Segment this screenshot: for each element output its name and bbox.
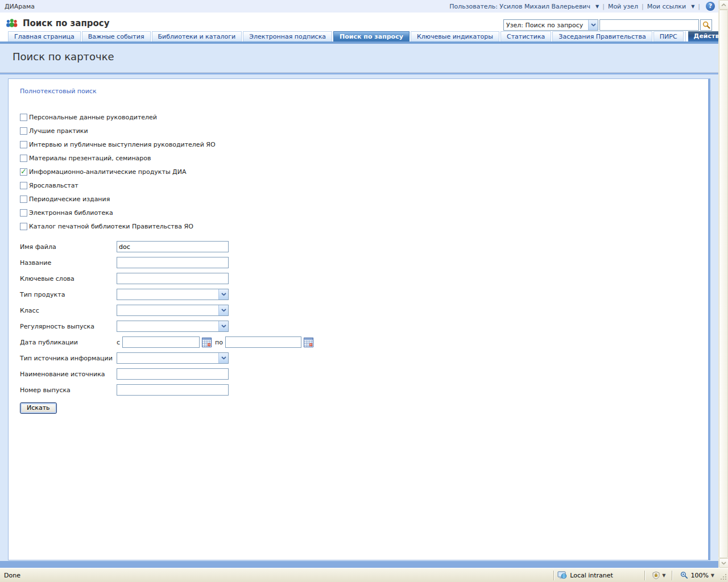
form-row-class: Класс [20, 302, 697, 318]
shield-lock-icon [652, 571, 660, 579]
zoom-magnifier-icon [680, 571, 688, 579]
field-label: Регулярность выпуска [20, 323, 117, 330]
my-links-caret-icon[interactable] [691, 4, 694, 9]
computer-globe-icon [557, 571, 567, 579]
selected-value [117, 321, 218, 331]
magnifier-icon [702, 21, 710, 29]
checkbox-yaroslavlstat[interactable] [20, 182, 27, 189]
button-row: Искать [20, 402, 697, 414]
checkbox-label: Информационно-аналитические продукты ДИА [29, 168, 186, 176]
search-submit-button[interactable]: Искать [20, 402, 57, 414]
separator [642, 3, 644, 10]
app-name: ДИАрама [5, 3, 35, 10]
source-type-select[interactable] [117, 352, 229, 364]
tab-filler [685, 31, 686, 41]
search-scope-dropdown[interactable]: Узел: Поиск по запросу [503, 19, 598, 31]
selected-value [117, 305, 218, 315]
field-label: Номер выпуска [20, 386, 117, 394]
status-separator [672, 571, 673, 580]
form-row-keywords: Ключевые слова [20, 271, 697, 286]
tab-search-by-query[interactable]: Поиск по запросу [333, 31, 410, 41]
tab-government-sessions[interactable]: Заседания Правительства [552, 31, 652, 41]
date-from-label: с [117, 339, 120, 346]
title-input[interactable] [117, 257, 229, 268]
tab-e-subscription[interactable]: Электронная подписка [243, 31, 332, 41]
my-links-menu[interactable]: Мои ссылки [647, 3, 686, 10]
checkbox-best-practices[interactable] [20, 127, 27, 135]
chevron-down-icon[interactable] [218, 289, 228, 300]
user-menu[interactable]: Пользователь: Усилов Михаил Валерьевич [449, 3, 590, 10]
date-from-input[interactable] [122, 336, 200, 348]
class-select[interactable] [117, 305, 229, 316]
category-row: Каталог печатной библиотеки Правительств… [20, 219, 697, 233]
chevron-down-icon[interactable] [218, 321, 228, 331]
site-head: Поиск по запросу [6, 18, 109, 29]
form-row-publish-date: Дата публикации с по [20, 334, 697, 350]
field-label: Тип источника информации [20, 355, 117, 362]
status-bar: Done Local intranet 100% [0, 568, 728, 582]
source-name-input[interactable] [117, 368, 229, 380]
site-title: Поиск по запросу [23, 18, 109, 28]
status-separator [553, 571, 555, 580]
field-label: Название [20, 259, 117, 267]
bottom-page-strip [0, 561, 718, 568]
tab-statistics[interactable]: Статистика [500, 31, 551, 41]
scrollbar-thumb[interactable] [719, 10, 728, 558]
selected-value [117, 353, 218, 363]
tab-key-indicators[interactable]: Ключевые индикаторы [411, 31, 499, 41]
scroll-down-button[interactable] [719, 558, 728, 568]
resize-grip[interactable] [719, 569, 728, 581]
chevron-down-icon[interactable] [218, 353, 228, 363]
chevron-down-icon[interactable] [588, 20, 598, 30]
tab-important-events[interactable]: Важные события [82, 31, 151, 41]
field-label: Тип продукта [20, 291, 117, 298]
security-zone: Local intranet [557, 571, 642, 579]
issue-number-input[interactable] [117, 384, 229, 396]
checkbox-presentations[interactable] [20, 155, 27, 162]
search-go-button[interactable] [700, 19, 712, 31]
user-menu-caret-icon[interactable] [595, 4, 599, 9]
form-row-title: Название [20, 255, 697, 271]
keywords-input[interactable] [117, 273, 229, 284]
form-row-regularity: Регулярность выпуска [20, 318, 697, 334]
regularity-select[interactable] [117, 321, 229, 332]
search-fields: Имя файла Название Ключевые слова Тип пр… [20, 239, 697, 398]
zoom-control[interactable]: 100% [676, 571, 719, 579]
page-column: ДИАрама Пользователь: Усилов Михаил Вале… [0, 0, 718, 568]
help-icon[interactable] [706, 2, 715, 11]
security-report-button[interactable] [648, 571, 669, 579]
checkbox-personal-data[interactable] [20, 114, 27, 121]
scroll-up-button[interactable] [719, 0, 728, 10]
zoom-caret-icon [711, 573, 714, 578]
date-to-label: по [215, 339, 223, 346]
fulltext-search-link[interactable]: Полнотекстовый поиск [20, 88, 97, 95]
search-zone: Узел: Поиск по запросу [503, 19, 712, 31]
top-bar-right: Пользователь: Усилов Михаил Валерьевич М… [449, 2, 715, 11]
product-type-select[interactable] [117, 289, 229, 300]
checkbox-label: Лучшие практики [29, 127, 88, 135]
date-to-input[interactable] [225, 336, 301, 348]
checkbox-interviews[interactable] [20, 141, 27, 148]
checkbox-periodicals[interactable] [20, 196, 27, 203]
category-row: Персональные данные руководителей [20, 110, 697, 124]
vertical-scrollbar[interactable] [718, 0, 728, 568]
content-area: Полнотекстовый поиск Персональные данные… [0, 74, 718, 561]
selected-value [117, 289, 218, 300]
security-caret-icon [662, 573, 665, 578]
tab-pirs[interactable]: ПИРС [653, 31, 684, 41]
checkbox-print-catalog[interactable] [20, 223, 27, 230]
chevron-down-icon[interactable] [218, 305, 228, 315]
calendar-icon[interactable] [202, 338, 212, 347]
file-name-input[interactable] [117, 241, 229, 252]
tab-libraries-catalogs[interactable]: Библиотеки и каталоги [152, 31, 242, 41]
separator [602, 3, 605, 10]
my-site-link[interactable]: Мой узел [608, 3, 638, 10]
field-label: Наименование источника [20, 371, 117, 378]
form-row-product-type: Тип продукта [20, 286, 697, 302]
search-input[interactable] [599, 19, 699, 31]
checkbox-dia-products[interactable] [20, 168, 27, 176]
calendar-icon[interactable] [304, 338, 313, 347]
tab-home[interactable]: Главная страница [8, 31, 81, 41]
checkbox-e-library[interactable] [20, 209, 27, 217]
form-row-source-name: Наименование источника [20, 366, 697, 382]
